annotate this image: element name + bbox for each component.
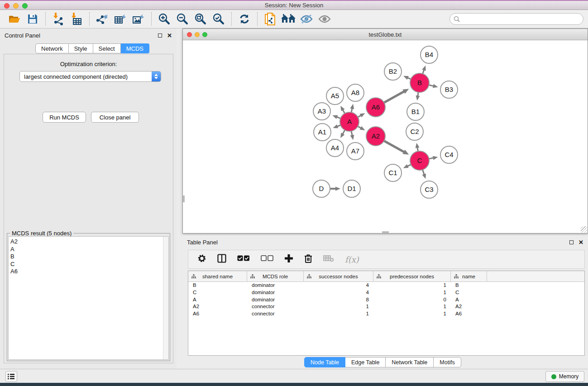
zoom-out-icon[interactable] bbox=[173, 11, 191, 27]
float-panel-icon[interactable] bbox=[158, 33, 162, 38]
network-edge[interactable] bbox=[384, 141, 404, 152]
node-table[interactable]: shared nameMCDS rolesuccessor nodesprede… bbox=[188, 271, 585, 356]
close-network-button[interactable] bbox=[187, 32, 192, 37]
result-item[interactable]: A6 bbox=[10, 268, 163, 276]
tab-select[interactable]: Select bbox=[93, 43, 121, 53]
table-cell[interactable]: B bbox=[451, 282, 487, 289]
network-vscroll-thumb[interactable] bbox=[183, 195, 185, 202]
run-mcds-button[interactable]: Run MCDS bbox=[43, 112, 86, 123]
first-neighbors-icon[interactable] bbox=[279, 11, 297, 27]
table-cell[interactable]: 1 bbox=[373, 289, 451, 296]
column-header-successor-nodes[interactable]: successor nodes bbox=[304, 271, 373, 281]
delete-table-icon[interactable] bbox=[323, 255, 334, 264]
delete-column-icon[interactable] bbox=[304, 254, 312, 265]
table-cell[interactable]: 4 bbox=[304, 282, 373, 289]
table-cell[interactable]: A bbox=[188, 296, 247, 304]
table-cell[interactable]: 1 bbox=[373, 282, 451, 289]
column-header-predecessor-nodes[interactable]: predecessor nodes bbox=[373, 271, 451, 281]
result-item[interactable]: A2 bbox=[10, 238, 163, 246]
save-session-icon[interactable] bbox=[24, 11, 42, 27]
search-input[interactable] bbox=[462, 16, 583, 23]
memory-button[interactable]: Memory bbox=[545, 371, 584, 382]
window-controls[interactable] bbox=[4, 3, 28, 9]
refresh-icon[interactable] bbox=[235, 11, 253, 27]
zoom-selected-icon[interactable] bbox=[210, 11, 228, 27]
task-history-button[interactable] bbox=[5, 371, 17, 382]
minimize-network-button[interactable] bbox=[195, 32, 200, 37]
tab-network-table[interactable]: Network Table bbox=[386, 357, 434, 367]
zoom-fit-icon[interactable] bbox=[191, 11, 210, 27]
table-cell[interactable]: connector bbox=[247, 310, 304, 318]
network-window-controls[interactable] bbox=[187, 32, 207, 37]
split-panel-icon[interactable] bbox=[217, 254, 226, 265]
close-panel-button[interactable]: Close panel bbox=[91, 112, 139, 123]
export-network-icon[interactable] bbox=[93, 11, 111, 27]
tab-node-table[interactable]: Node Table bbox=[304, 357, 345, 367]
table-cell[interactable]: 1 bbox=[304, 303, 373, 310]
clone-network-icon[interactable] bbox=[261, 11, 279, 27]
table-cell[interactable]: 0 bbox=[373, 296, 451, 304]
function-builder-icon[interactable]: f(x) bbox=[345, 255, 359, 264]
mcds-result-list[interactable]: A2ABCA6 bbox=[8, 236, 169, 360]
search-field[interactable] bbox=[449, 13, 583, 25]
zoom-window-button[interactable] bbox=[22, 3, 28, 9]
table-cell[interactable]: A2 bbox=[188, 303, 247, 310]
table-cell[interactable]: 1 bbox=[304, 310, 373, 318]
table-row[interactable]: A2connector11A2 bbox=[188, 303, 584, 310]
table-cell[interactable]: A6 bbox=[451, 310, 487, 318]
export-image-icon[interactable] bbox=[129, 11, 148, 27]
table-cell[interactable]: 1 bbox=[373, 303, 451, 310]
result-list-scrollbar[interactable] bbox=[163, 237, 168, 359]
network-edge[interactable] bbox=[384, 91, 404, 102]
table-header-row[interactable]: shared nameMCDS rolesuccessor nodesprede… bbox=[188, 271, 584, 282]
table-cell[interactable]: dominator bbox=[247, 296, 304, 304]
tab-motifs[interactable]: Motifs bbox=[434, 357, 461, 367]
table-cell[interactable]: 4 bbox=[304, 289, 373, 296]
result-item[interactable]: B bbox=[10, 253, 163, 261]
window-resize-grip[interactable] bbox=[581, 226, 587, 233]
table-cell[interactable]: dominator bbox=[247, 289, 304, 296]
table-cell[interactable]: connector bbox=[247, 303, 304, 310]
result-item[interactable]: A bbox=[10, 246, 163, 253]
column-header-name[interactable]: name bbox=[451, 271, 487, 281]
table-cell[interactable]: A bbox=[451, 296, 487, 304]
import-network-icon[interactable] bbox=[49, 11, 67, 27]
table-row[interactable]: Bdominator41B bbox=[188, 282, 584, 289]
tab-mcds[interactable]: MCDS bbox=[121, 43, 149, 53]
open-file-icon[interactable] bbox=[5, 11, 24, 27]
settings-gear-icon[interactable] bbox=[197, 254, 206, 265]
tab-network[interactable]: Network bbox=[35, 43, 69, 53]
minimize-window-button[interactable] bbox=[13, 3, 19, 9]
table-cell[interactable]: C bbox=[451, 289, 487, 296]
table-row[interactable]: A6connector11A6 bbox=[188, 310, 584, 318]
network-hscroll-thumb[interactable] bbox=[382, 231, 389, 233]
table-cell[interactable]: C bbox=[188, 289, 247, 296]
table-cell[interactable]: dominator bbox=[247, 282, 304, 289]
table-row[interactable]: Adominator80A bbox=[188, 296, 584, 304]
result-item[interactable]: C bbox=[10, 261, 163, 268]
close-panel-icon[interactable]: ✕ bbox=[167, 33, 172, 38]
column-header-MCDS-role[interactable]: MCDS role bbox=[247, 271, 304, 281]
zoom-in-icon[interactable] bbox=[155, 11, 173, 27]
criterion-dropdown[interactable]: largest connected component (directed) bbox=[19, 71, 161, 82]
table-cell[interactable]: A6 bbox=[188, 310, 247, 318]
deselect-all-icon[interactable] bbox=[261, 255, 273, 263]
table-cell[interactable]: A2 bbox=[451, 303, 487, 310]
tab-edge-table[interactable]: Edge Table bbox=[345, 357, 386, 367]
column-header-shared-name[interactable]: shared name bbox=[188, 271, 247, 281]
close-window-button[interactable] bbox=[4, 3, 10, 9]
show-all-icon[interactable] bbox=[316, 11, 334, 27]
tab-style[interactable]: Style bbox=[69, 43, 93, 53]
add-column-icon[interactable] bbox=[284, 254, 293, 265]
zoom-network-button[interactable] bbox=[202, 32, 207, 37]
table-cell[interactable]: B bbox=[188, 282, 247, 289]
export-table-icon[interactable] bbox=[111, 11, 129, 27]
network-window-titlebar[interactable]: testGlobe.txt bbox=[183, 29, 588, 40]
import-table-icon[interactable] bbox=[67, 11, 86, 27]
table-row[interactable]: Cdominator41C bbox=[188, 289, 584, 296]
table-cell[interactable]: 1 bbox=[373, 310, 451, 318]
select-all-icon[interactable] bbox=[237, 255, 250, 263]
close-table-panel-icon[interactable]: ✕ bbox=[578, 240, 583, 244]
hide-selected-icon[interactable] bbox=[297, 11, 316, 27]
network-canvas[interactable]: B4B2BB3A5A8A6B1A3AA1C2A2A4A7C4CC1C3DD1 bbox=[183, 40, 588, 233]
